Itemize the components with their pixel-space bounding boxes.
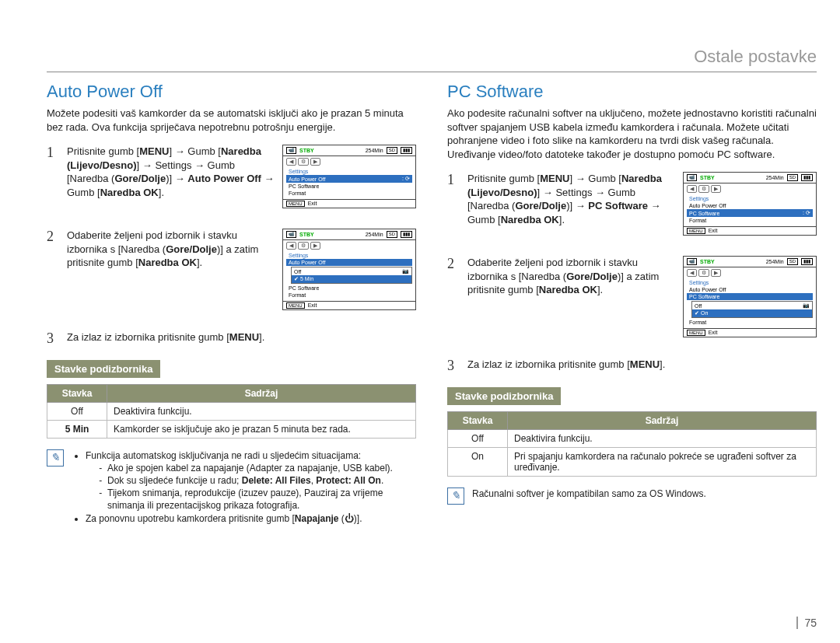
step-number: 1: [47, 145, 59, 221]
step-2-right: 2 Odaberite željeni pod izbornik i stavk…: [447, 256, 817, 350]
intro-left: Možete podesiti vaš kamkorder da se auto…: [47, 107, 416, 134]
step-text: Odaberite željeni pod izbornik i stavku …: [67, 229, 275, 323]
step-2-left: 2 Odaberite željeni pod izbornik i stavk…: [47, 229, 416, 323]
col-left: Auto Power Off Možete podesiti vaš kamko…: [47, 82, 416, 525]
note-icon: ✎: [47, 449, 64, 467]
heading-pc-software: PC Software: [447, 82, 817, 102]
page-number: 75: [796, 617, 817, 629]
table-left: StavkaSadržaj OffDeaktivira funkciju. 5 …: [47, 384, 416, 439]
note-left: ✎ Funkcija automatskog isključivanja ne …: [47, 449, 416, 525]
step-text: Pritisnite gumb [MENU] → Gumb [Naredba (…: [67, 145, 275, 221]
page-header: Ostale postavke: [47, 47, 817, 72]
step-3-right: 3 Za izlaz iz izbornika pritisnite gumb …: [447, 358, 817, 375]
two-columns: Auto Power Off Možete podesiti vaš kamko…: [47, 82, 817, 525]
mini-screen-1-right: 📹STBY254MinSD▮▮▮ ◀⚙▶ Settings Auto Power…: [683, 172, 817, 236]
heading-auto-power-off: Auto Power Off: [47, 82, 416, 102]
intro-right: Ako podesite računalni softver na uključ…: [447, 107, 817, 161]
table-row: OffDeaktivira funkciju.: [47, 402, 416, 420]
table-row: 5 MinKamkorder se isključuje ako je praz…: [47, 420, 416, 438]
note-icon: ✎: [447, 487, 464, 505]
step-1-left: 1 Pritisnite gumb [MENU] → Gumb [Naredba…: [47, 145, 416, 221]
table-row: OffDeaktivira funkciju.: [448, 429, 817, 447]
battery-icon: ▮▮▮: [401, 147, 412, 154]
submenu-title-right: Stavke podizbornika: [447, 387, 561, 405]
submenu-title-left: Stavke podizbornika: [47, 360, 160, 378]
table-row: OnPri spajanju kamkordera na računalo po…: [448, 447, 817, 476]
sd-icon: SD: [387, 147, 397, 154]
table-right: StavkaSadržaj OffDeaktivira funkciju. On…: [447, 411, 817, 477]
note-right: ✎ Računalni softver je kompatibilan samo…: [447, 487, 817, 505]
step-3-left: 3 Za izlaz iz izbornika pritisnite gumb …: [47, 330, 416, 348]
mini-screen-1-left: 📹STBY254MinSD▮▮▮ ◀⚙▶ Settings Auto Power…: [282, 145, 416, 208]
step-1-right: 1 Pritisnite gumb [MENU] → Gumb [Naredba…: [447, 172, 817, 248]
mini-screen-2-right: 📹STBY254MinSD▮▮▮ ◀⚙▶ Settings Auto Power…: [683, 256, 817, 337]
step-text: Za izlaz iz izbornika pritisnite gumb [M…: [67, 330, 416, 348]
camcorder-icon: 📹: [286, 147, 296, 154]
page: Ostale postavke Auto Power Off Možete po…: [0, 0, 840, 643]
col-right: PC Software Ako podesite računalni softv…: [447, 82, 817, 525]
mini-screen-2-left: 📹STBY254MinSD▮▮▮ ◀⚙▶ Settings Auto Power…: [282, 229, 416, 310]
